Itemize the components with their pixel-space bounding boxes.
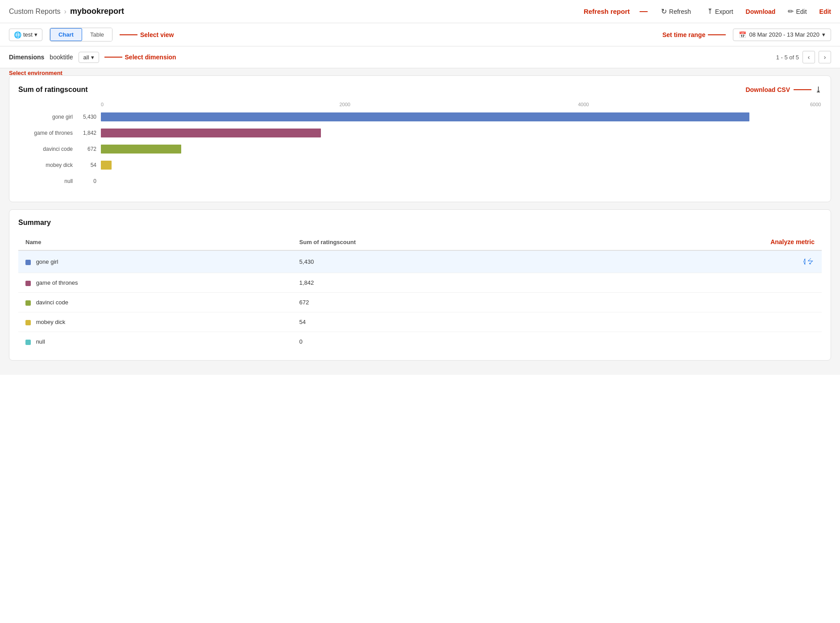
axis-label-4000: 4000 (578, 102, 589, 107)
download-csv-annotation: Download CSV (745, 86, 790, 93)
analyze-annotation: Analyze metric (770, 238, 815, 245)
summary-analyze-empty (582, 273, 822, 293)
axis-label-2000: 2000 (339, 102, 350, 107)
select-dim-line (104, 57, 122, 58)
edit-label: Edit (796, 8, 807, 15)
next-page-button[interactable]: › (819, 51, 831, 63)
col-name-header: Name (18, 234, 292, 250)
summary-table-head: Name Sum of ratingscount Analyze metric (18, 234, 822, 250)
refresh-report-annotation: Refresh report (584, 8, 630, 15)
chart-row: mobey dick 54 (23, 161, 817, 170)
edit-button[interactable]: ✏ Edit (784, 5, 810, 17)
dimension-filter-dropdown[interactable]: all ▾ (79, 52, 99, 63)
chart-row: game of thrones 1,842 (23, 129, 817, 137)
summary-row-gone-girl: gone girl 5,430 ⦉⭍ (18, 250, 822, 273)
chart-row: davinci code 672 (23, 145, 817, 154)
chart-tab[interactable]: Chart (50, 28, 82, 41)
header: Custom Reports › mybookreport Refresh re… (0, 0, 840, 23)
summary-metric-null: 0 (292, 332, 582, 352)
bar-label-davinci-code: davinci code (23, 146, 76, 152)
summary-name-null: null (36, 338, 45, 345)
color-dot-davinci-code (25, 300, 31, 306)
main-content: Sum of ratingscount Download CSV ⤓ 0 200… (0, 68, 840, 375)
bar-game-of-thrones (101, 129, 321, 137)
pagination-text: 1 - 5 of 5 (776, 54, 799, 61)
download-csv-button[interactable]: ⤓ (815, 85, 822, 95)
bar-value-gone-girl: 5,430 (76, 114, 101, 120)
col-analyze-header: Analyze metric (582, 234, 822, 250)
dimensions-area: Dimensions booktitle all ▾ Select dimens… (0, 46, 840, 68)
chart-rows: gone girl 5,430 game of thrones 1,842 (23, 112, 817, 186)
bar-label-gone-girl: gone girl (23, 114, 76, 120)
summary-cell-name: null (18, 332, 292, 352)
breadcrumb: Custom Reports › mybookreport (9, 7, 584, 16)
export-icon: ⤒ (707, 7, 713, 16)
dimensions-bar: Dimensions booktitle all ▾ Select dimens… (0, 46, 840, 68)
set-time-annotation: Set time range (662, 31, 726, 38)
summary-card-header: Summary (18, 219, 822, 227)
summary-name-game-of-thrones: game of thrones (36, 279, 78, 286)
breadcrumb-current: mybookreport (70, 7, 124, 16)
dimensions-label: Dimensions (9, 54, 44, 61)
export-button[interactable]: ⤒ Export (703, 5, 736, 17)
globe-icon: 🌐 (14, 31, 21, 38)
bar-value-davinci-code: 672 (76, 146, 101, 152)
chart-card: Sum of ratingscount Download CSV ⤓ 0 200… (9, 75, 831, 202)
analyze-button-gone-girl[interactable]: ⦉⭍ (803, 257, 815, 266)
set-time-label: Set time range (662, 31, 705, 38)
summary-cell-name: game of thrones (18, 273, 292, 293)
select-view-line (120, 34, 137, 35)
bar-mobey-dick (101, 161, 112, 170)
bar-container-null (101, 177, 817, 186)
summary-row-null: null 0 (18, 332, 822, 352)
summary-row-davinci-code: davinci code 672 (18, 293, 822, 312)
select-view-annotation: Select view (120, 31, 174, 38)
table-tab[interactable]: Table (82, 28, 112, 41)
select-view-label: Select view (140, 31, 174, 38)
summary-analyze-empty (582, 312, 822, 332)
summary-name-mobey-dick: mobey dick (36, 319, 66, 325)
col-metric-header: Sum of ratingscount (292, 234, 582, 250)
summary-analyze-empty (582, 332, 822, 352)
download-csv-group: Download CSV ⤓ (745, 85, 822, 95)
summary-header-row: Name Sum of ratingscount Analyze metric (18, 234, 822, 250)
date-dropdown-icon: ▾ (822, 31, 825, 38)
bar-container-mobey-dick (101, 161, 817, 170)
refresh-button[interactable]: ↻ Refresh (657, 5, 694, 17)
summary-cell-name: gone girl (18, 250, 292, 273)
select-env-label: Select environment (9, 70, 62, 76)
export-label: Export (715, 8, 733, 15)
prev-page-button[interactable]: ‹ (803, 51, 815, 63)
refresh-label: Refresh (669, 8, 691, 15)
dim-filter-value: all (83, 54, 89, 61)
edit-icon: ✏ (788, 7, 794, 16)
bar-gone-girl (101, 112, 749, 121)
edit-annotation: Edit (819, 8, 831, 15)
select-dim-annotation: Select dimension (104, 54, 176, 61)
chart-row: null 0 (23, 177, 817, 186)
bar-container-gone-girl (101, 112, 817, 121)
refresh-report-arrow: — (640, 7, 648, 16)
summary-analyze-empty (582, 293, 822, 312)
axis-label-0: 0 (101, 102, 104, 107)
summary-metric-mobey-dick: 54 (292, 312, 582, 332)
refresh-icon: ↻ (661, 7, 667, 16)
summary-cell-name: mobey dick (18, 312, 292, 332)
env-selector[interactable]: 🌐 test ▾ (9, 29, 42, 41)
date-range-selector[interactable]: 📅 08 Mar 2020 - 13 Mar 2020 ▾ (733, 29, 831, 41)
axis-label-6000: 6000 (810, 102, 821, 107)
chart-card-title: Sum of ratingscount (18, 86, 88, 94)
header-actions: Refresh report — ↻ Refresh ⤒ Export Down… (584, 5, 831, 17)
bar-label-mobey-dick: mobey dick (23, 162, 76, 168)
summary-metric-game-of-thrones: 1,842 (292, 273, 582, 293)
summary-card: Summary Name Sum of ratingscount Analyze… (9, 209, 831, 361)
date-range-value: 08 Mar 2020 - 13 Mar 2020 (749, 31, 819, 38)
chart-row: gone girl 5,430 (23, 112, 817, 121)
bar-label-null: null (23, 178, 76, 184)
bar-container-game-of-thrones (101, 129, 817, 137)
summary-analyze-cell: ⦉⭍ (582, 250, 822, 273)
summary-table-body: gone girl 5,430 ⦉⭍ game of thrones (18, 250, 822, 351)
breadcrumb-parent: Custom Reports (9, 8, 61, 16)
summary-table: Name Sum of ratingscount Analyze metric … (18, 234, 822, 351)
toolbar: 🌐 test ▾ Chart Table Select view Set tim… (0, 23, 840, 46)
